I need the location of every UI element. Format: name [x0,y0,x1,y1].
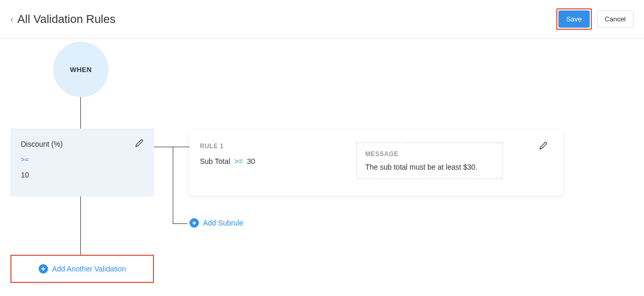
add-subrule-button[interactable]: + Add Subrule [189,218,243,228]
condition-field: Discount (%) [21,140,144,148]
when-node: WHEN [53,42,109,97]
message-label: MESSAGE [365,150,494,158]
header-left: ‹ All Validation Rules [10,13,115,26]
condition-card[interactable]: Discount (%) >= 10 [10,128,154,196]
rule-expression: Sub Total >= 30 [200,157,356,165]
plus-circle-icon: + [189,218,199,228]
condition-value: 10 [21,171,144,179]
edit-rule-icon[interactable] [539,141,547,152]
rule-left: RULE 1 Sub Total >= 30 [200,143,356,165]
save-button[interactable]: Save [558,10,590,28]
rule-card[interactable]: RULE 1 Sub Total >= 30 MESSAGE The sub t… [189,130,563,195]
rule-field: Sub Total [200,157,230,165]
condition-operator: >= [21,156,144,163]
connector-line [173,223,187,224]
plus-circle-icon: + [39,264,48,274]
page-title: All Validation Rules [17,13,115,26]
back-arrow-icon[interactable]: ‹ [10,15,13,24]
when-label: WHEN [70,66,92,74]
rule-value: 30 [247,157,255,165]
message-text: The sub total must be at least $30. [365,163,494,171]
rule-label: RULE 1 [200,143,356,150]
edit-condition-icon[interactable] [135,139,144,147]
page-header: ‹ All Validation Rules Save Cancel [0,0,644,39]
add-another-validation-button[interactable]: + Add Another Validation [10,255,154,283]
save-highlight-box: Save [556,8,592,30]
header-actions: Save Cancel [556,8,634,30]
add-another-label: Add Another Validation [52,265,126,273]
message-box: MESSAGE The sub total must be at least $… [356,143,503,179]
cancel-button[interactable]: Cancel [597,10,634,28]
connector-line [80,97,81,128]
connector-line [80,196,81,255]
rule-operator: >= [234,157,243,165]
connector-line [154,147,173,147]
connector-line [173,147,189,147]
connector-line [173,147,173,224]
add-subrule-label: Add Subrule [203,219,243,227]
